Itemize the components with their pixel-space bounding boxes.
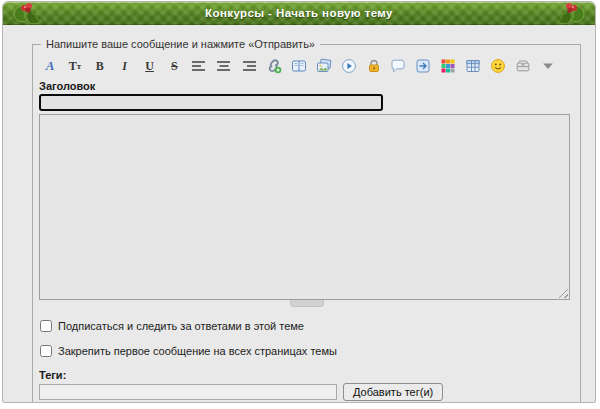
insert-media-icon[interactable] <box>341 58 357 74</box>
tags-row: Добавить тег(и) <box>39 383 574 401</box>
align-left-icon[interactable] <box>191 58 207 74</box>
align-center-icon[interactable] <box>216 58 232 74</box>
align-right-icon[interactable] <box>241 58 257 74</box>
page-header: Конкурсы - Начать новую тему <box>3 2 595 25</box>
title-input[interactable] <box>39 94 383 111</box>
page-container: Конкурсы - Начать новую тему Напишите ва… <box>2 1 596 403</box>
insert-quote-icon[interactable] <box>390 58 406 74</box>
holly-decoration-icon <box>545 2 589 28</box>
bold-icon[interactable]: B <box>92 58 108 74</box>
subscribe-label: Подписаться и следить за ответами в этой… <box>58 320 304 332</box>
subscribe-checkbox[interactable] <box>40 320 52 332</box>
tags-input[interactable] <box>39 384 337 400</box>
tags-label: Теги: <box>39 369 574 381</box>
strikethrough-icon[interactable]: S <box>166 58 182 74</box>
insert-smiley-icon[interactable] <box>490 58 506 74</box>
insert-color-grid-icon[interactable] <box>440 58 456 74</box>
fieldset-legend: Напишите ваше сообщение и нажмите «Отпра… <box>41 38 320 50</box>
insert-link-icon[interactable] <box>266 58 282 74</box>
insert-image-icon[interactable] <box>291 58 307 74</box>
font-color-icon[interactable]: A <box>42 58 58 74</box>
insert-gallery-icon[interactable] <box>316 58 332 74</box>
message-textarea[interactable] <box>39 114 570 300</box>
message-fieldset: Напишите ваше сообщение и нажмите «Отпра… <box>32 38 581 403</box>
page-title: Конкурсы - Начать новую тему <box>3 2 595 25</box>
add-tags-button[interactable]: Добавить тег(и) <box>343 383 443 401</box>
attachments-drawer-icon[interactable] <box>515 58 531 74</box>
insert-table-icon[interactable] <box>465 58 481 74</box>
subscribe-option[interactable]: Подписаться и следить за ответами в этой… <box>40 320 574 332</box>
toolbar: ATтBIUS <box>42 57 556 75</box>
editor-resize-handle[interactable] <box>290 300 324 307</box>
form-body: Напишите ваше сообщение и нажмите «Отпра… <box>3 25 595 403</box>
underline-icon[interactable]: U <box>142 58 158 74</box>
pin-first-post-label: Закрепить первое сообщение на всех стран… <box>58 345 337 357</box>
font-size-icon[interactable]: Tт <box>67 58 83 74</box>
pin-first-post-checkbox[interactable] <box>40 345 52 357</box>
insert-code-icon[interactable] <box>415 58 431 74</box>
message-editor-wrap <box>39 114 570 300</box>
insert-hidden-lock-icon[interactable] <box>366 58 382 74</box>
more-options-icon[interactable] <box>540 58 556 74</box>
title-label: Заголовок <box>39 80 574 92</box>
italic-icon[interactable]: I <box>117 58 133 74</box>
pin-first-post-option[interactable]: Закрепить первое сообщение на всех стран… <box>40 345 574 357</box>
